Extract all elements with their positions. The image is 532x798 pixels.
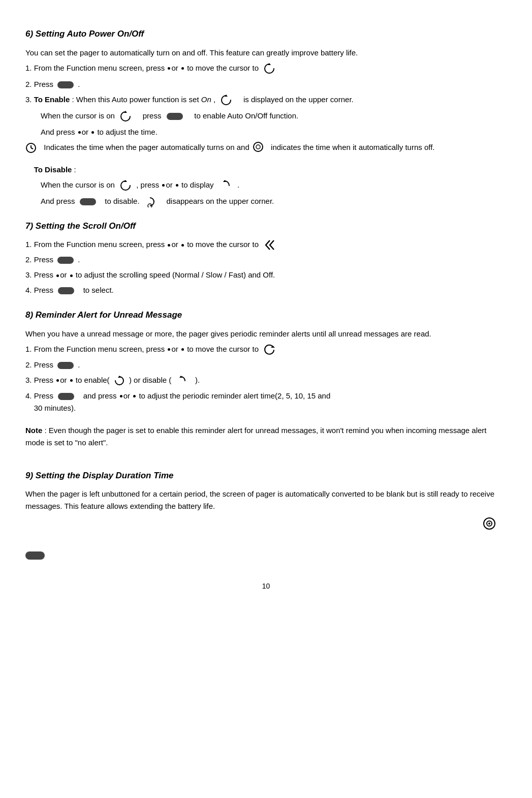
section-8-intro: When you have a unread message or more, … (25, 328, 507, 340)
section-6-when-cursor: When the cursor is on press to enable Au… (41, 110, 507, 123)
section-8-note: Note : Even though the pager is set to e… (25, 424, 507, 449)
enable-icon (113, 375, 126, 387)
section-8-step1: 1. From the Function menu screen, press … (25, 343, 507, 356)
half-circle-icon (144, 196, 155, 207)
circle-target-icon2 (482, 516, 496, 531)
section-7: 7) Setting the Scroll On/Off 1. From the… (25, 220, 507, 297)
section-6-disable-step2: And press to disable. disappears on the … (41, 195, 507, 207)
select-button-icon (57, 81, 74, 88)
dot-icon (168, 348, 170, 351)
section-8-step2: 2. Press . (25, 359, 507, 371)
section-7-heading: 7) Setting the Scroll On/Off (25, 220, 507, 233)
disable-icon (175, 375, 187, 387)
section-7-step3: 3. Press or to adjust the scrolling spee… (25, 269, 507, 281)
section-9-intro: When the pager is left unbuttoned for a … (25, 488, 507, 512)
section-9: 9) Setting the Display Duration Time Whe… (25, 469, 507, 561)
section-6-heading: 6) Setting Auto Power On/Off (25, 27, 507, 41)
section-6-adjust-time: And press or to adjust the time. (41, 126, 507, 138)
press-select-icon (167, 113, 183, 120)
section-6-disable-step1: When the cursor is on , press or to disp… (41, 179, 507, 192)
dot-icon (56, 379, 59, 382)
select-button-bottom (25, 549, 507, 561)
dot-icon (181, 348, 184, 351)
section-6-step3: 3. To Enable : When this Auto power func… (25, 94, 507, 107)
dot-icon (176, 184, 178, 187)
svg-point-11 (488, 523, 490, 525)
dot-icon (162, 184, 165, 187)
auto-power-icon (263, 62, 276, 75)
select-button-icon4 (57, 362, 74, 369)
dot-icon (181, 244, 184, 247)
dot-icon (70, 379, 73, 382)
section-6-intro: You can set the pager to automatically t… (25, 47, 507, 59)
dot-icon (56, 274, 59, 277)
section-7-step2: 2. Press . (25, 254, 507, 266)
dot-icon (120, 395, 122, 397)
page-number: 10 (25, 581, 507, 592)
section-8-heading: 8) Reminder Alert for Unread Message (25, 309, 507, 322)
auto-power-on-icon (220, 94, 233, 107)
section-8-step3: 3. Press or to enable( ) or disable ( ). (25, 374, 507, 387)
circle-target-right (25, 516, 507, 534)
select-button-icon3 (58, 287, 74, 294)
cursor-on-icon (119, 110, 132, 123)
disable-display-icon (218, 179, 231, 192)
section-6-step2: 2. Press . (25, 78, 507, 90)
svg-point-3 (254, 142, 263, 151)
dot-icon (181, 67, 184, 70)
svg-point-4 (256, 145, 260, 149)
select-button-icon2 (57, 257, 74, 264)
select-button-icon6 (25, 551, 45, 560)
reminder-icon (263, 344, 276, 356)
circle-target-icon (253, 141, 264, 152)
section-6-time-indicators: Indicates the time when the pager automa… (25, 141, 507, 154)
section-7-step1: 1. From the Function menu screen, press … (25, 238, 507, 251)
page-content: 6) Setting Auto Power On/Off You can set… (25, 27, 507, 592)
section-8: 8) Reminder Alert for Unread Message Whe… (25, 309, 507, 449)
dot-icon (70, 274, 73, 277)
dot-icon (168, 67, 170, 70)
scroll-icon (263, 239, 277, 251)
section-6-step1: 1. From the Function menu screen, press … (25, 62, 507, 75)
dot-icon (168, 244, 170, 247)
section-6: 6) Setting Auto Power On/Off You can set… (25, 27, 507, 207)
cursor-on-icon2 (119, 179, 132, 192)
dot-icon (91, 131, 94, 134)
press-select-icon2 (80, 198, 96, 205)
section-9-heading: 9) Setting the Display Duration Time (25, 469, 507, 482)
clock-on-icon (25, 142, 37, 154)
dot-icon (78, 131, 81, 134)
select-button-icon5 (58, 393, 74, 400)
section-7-step4: 4. Press to select. (25, 284, 507, 296)
section-8-step4: 4. Press and press or to adjust the peri… (25, 390, 507, 414)
dot-icon (133, 395, 136, 397)
section-6-to-disable-heading: To Disable : (25, 164, 507, 176)
svg-line-2 (31, 148, 33, 149)
